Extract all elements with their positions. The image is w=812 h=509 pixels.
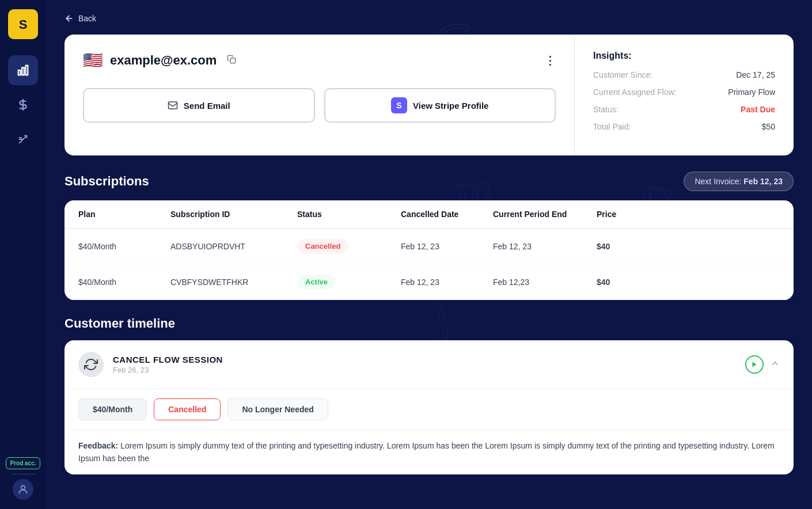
row1-id: ADSBYUIOPRDVHT [170, 242, 297, 251]
session-title: CANCEL FLOW SESSION [113, 355, 223, 364]
subscriptions-section-header: Subscriptions Next Invoice: Feb 12, 23 [64, 172, 794, 191]
sidebar-item-analytics[interactable] [8, 55, 38, 85]
customer-email-row: 🇺🇸 example@ex.com ⋮ [83, 51, 556, 70]
timeline-actions [745, 355, 780, 374]
row1-period: Feb 12, 23 [493, 242, 597, 251]
copy-icon[interactable] [227, 55, 236, 66]
back-label: Back [78, 14, 96, 23]
subscriptions-title: Subscriptions [64, 174, 149, 189]
logo[interactable]: S [8, 9, 38, 41]
play-button[interactable] [745, 355, 764, 374]
session-date: Feb 26, 23 [113, 366, 223, 374]
next-invoice-badge: Next Invoice: Feb 12, 23 [684, 172, 794, 191]
feedback-text: Feedback: Lorem Ipsum is simply dummy te… [78, 439, 780, 465]
col-plan: Plan [78, 210, 170, 219]
row1-status: Cancelled [297, 239, 401, 253]
svg-rect-18 [168, 102, 177, 109]
col-price: Price [597, 210, 654, 219]
collapse-button[interactable] [771, 359, 780, 370]
insight-value-flow: Primary Flow [728, 88, 775, 97]
col-period: Current Period End [493, 210, 597, 219]
subscription-row-2: $40/Month CVBFYSDWETFHKR Active Feb 12, … [64, 264, 794, 300]
status-badge-active: Active [297, 275, 336, 289]
row2-plan: $40/Month [78, 278, 170, 287]
status-badge-cancelled: Cancelled [297, 239, 348, 253]
feedback-content: Lorem Ipsum is simply dummy text of the … [78, 441, 775, 463]
insight-row-flow: Current Assigned Flow: Primary Flow [593, 88, 775, 97]
col-status: Status [297, 210, 401, 219]
row1-price: $40 [597, 242, 654, 251]
feedback-section: Feedback: Lorem Ipsum is simply dummy te… [64, 430, 794, 474]
tag-plan: $40/Month [78, 398, 147, 420]
main-content: S ω m S ∫ w Back 🇺🇸 example@ex.com [46, 0, 812, 509]
next-invoice-date: Feb 12, 23 [743, 177, 783, 186]
send-email-button[interactable]: Send Email [83, 88, 315, 123]
customer-card-left: 🇺🇸 example@ex.com ⋮ Send Email [64, 35, 575, 155]
svg-rect-17 [230, 58, 236, 63]
row1-plan: $40/Month [78, 242, 170, 251]
next-invoice-label: Next Invoice: [695, 177, 741, 186]
view-stripe-label: View Stripe Profile [413, 101, 488, 111]
insight-value-paid: $50 [762, 122, 775, 131]
svg-rect-4 [26, 66, 28, 75]
sidebar-divider [12, 474, 35, 474]
customer-card-right: Insights: Customer Since: Dec 17, 25 Cur… [575, 35, 794, 155]
back-button[interactable]: Back [64, 14, 96, 23]
svg-marker-19 [753, 362, 757, 367]
insights-title: Insights: [593, 51, 775, 61]
kebab-menu-icon[interactable]: ⋮ [544, 54, 556, 67]
sidebar-item-billing[interactable] [8, 90, 38, 120]
insight-label-paid: Total Paid: [593, 122, 631, 131]
customer-card: 🇺🇸 example@ex.com ⋮ Send Email [64, 35, 794, 155]
row2-status: Active [297, 275, 401, 289]
flag-icon: 🇺🇸 [83, 51, 103, 70]
timeline-tags: $40/Month Cancelled No Longer Needed [64, 389, 794, 430]
subscription-row-1: $40/Month ADSBYUIOPRDVHT Cancelled Feb 1… [64, 229, 794, 264]
svg-rect-2 [18, 70, 21, 75]
col-cancelled: Cancelled Date [401, 210, 493, 219]
session-text: CANCEL FLOW SESSION Feb 26, 23 [113, 355, 223, 374]
insight-row-since: Customer Since: Dec 17, 25 [593, 70, 775, 79]
stripe-badge: S [391, 97, 407, 113]
sidebar-item-magic[interactable] [8, 124, 38, 154]
customer-email-info: 🇺🇸 example@ex.com [83, 51, 236, 70]
sidebar: S Prod acc. [0, 0, 46, 509]
insight-value-status: Past Due [741, 105, 775, 114]
tag-reason: No Longer Needed [227, 398, 328, 420]
prod-badge: Prod acc. [6, 457, 40, 469]
col-id: Subscription ID [170, 210, 297, 219]
send-email-label: Send Email [184, 101, 230, 111]
insight-row-status: Status: Past Due [593, 105, 775, 114]
timeline-title: Customer timeline [64, 316, 794, 331]
insight-label-status: Status: [593, 105, 619, 114]
timeline-card: CANCEL FLOW SESSION Feb 26, 23 $40/Mo [64, 340, 794, 474]
svg-point-9 [21, 485, 25, 489]
tag-cancelled: Cancelled [154, 398, 221, 420]
svg-rect-3 [22, 67, 24, 75]
row2-cancelled: Feb 12, 23 [401, 278, 493, 287]
insight-label-since: Customer Since: [593, 70, 652, 79]
insight-value-since: Dec 17, 25 [736, 70, 775, 79]
insight-row-paid: Total Paid: $50 [593, 122, 775, 131]
user-avatar[interactable] [13, 479, 33, 500]
row2-price: $40 [597, 278, 654, 287]
timeline-session-info: CANCEL FLOW SESSION Feb 26, 23 [78, 352, 223, 377]
subscriptions-table: Plan Subscription ID Status Cancelled Da… [64, 200, 794, 300]
view-stripe-button[interactable]: S View Stripe Profile [324, 88, 556, 123]
row2-id: CVBFYSDWETFHKR [170, 278, 297, 287]
customer-email: example@ex.com [110, 53, 217, 68]
row2-period: Feb 12,23 [493, 278, 597, 287]
feedback-label: Feedback: [78, 441, 118, 450]
session-icon [78, 352, 104, 377]
action-buttons: Send Email S View Stripe Profile [83, 88, 556, 123]
table-header: Plan Subscription ID Status Cancelled Da… [64, 200, 794, 229]
timeline-header: CANCEL FLOW SESSION Feb 26, 23 [64, 340, 794, 389]
insight-label-flow: Current Assigned Flow: [593, 88, 677, 97]
row1-cancelled: Feb 12, 23 [401, 242, 493, 251]
svg-text:S: S [19, 17, 28, 32]
